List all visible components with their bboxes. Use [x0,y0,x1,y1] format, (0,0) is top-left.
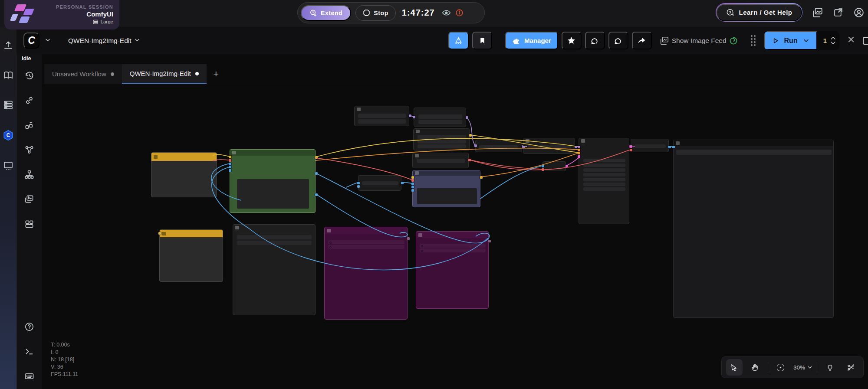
node-slot[interactable] [411,186,414,188]
node-slot[interactable] [542,168,544,171]
images-icon[interactable] [24,194,34,204]
node-top-d[interactable] [412,153,469,168]
node-slot[interactable] [409,114,411,117]
extend-button[interactable]: Extend [301,5,351,21]
node-mini-pink[interactable] [542,161,566,171]
node-menu-icon[interactable] [416,130,420,133]
fit-view-button[interactable] [773,359,789,376]
node-slot[interactable] [630,149,632,151]
node-slot[interactable] [411,176,414,179]
node-menu-icon[interactable] [232,151,236,154]
learn-get-help-button[interactable]: ? Learn / Get Help [716,4,802,21]
link-icon[interactable] [24,95,34,105]
node-slot[interactable] [578,152,580,154]
bulb-tool-button[interactable] [822,359,838,376]
node-slot[interactable] [466,116,468,119]
node-purple-a[interactable] [324,227,408,320]
node-slot[interactable] [578,155,580,158]
history-icon[interactable] [24,71,34,81]
workflow-menu-chevron[interactable] [45,37,51,45]
node-slot[interactable] [469,134,472,137]
select-tool-button[interactable] [726,359,743,376]
node-slot[interactable] [411,179,414,182]
bookmark-button[interactable] [472,32,492,49]
node-chain-b[interactable] [523,138,575,154]
run-options-chevron[interactable] [803,37,809,44]
run-button[interactable]: Run [764,31,817,50]
node-menu-icon[interactable] [235,226,239,229]
terminal-icon[interactable] [24,347,34,356]
node-mini-right[interactable] [631,139,669,152]
user-icon[interactable] [853,7,865,18]
workflow-title-chevron[interactable] [134,37,140,45]
zoom-level-dropdown[interactable]: 30% [793,364,812,371]
node-slot[interactable] [630,145,632,148]
node-slot[interactable] [411,189,414,192]
node-menu-icon[interactable] [418,233,422,237]
node-big-right[interactable] [673,140,834,318]
unload-models-button[interactable] [585,32,605,49]
help-icon[interactable] [24,322,34,332]
show-image-feed-toggle[interactable]: Show Image Feed [660,36,738,46]
node-tall-list[interactable] [579,138,629,224]
node-slot[interactable] [315,156,318,159]
node-slot[interactable] [411,183,414,185]
clear-queue-button[interactable] [847,36,855,46]
pan-tool-button[interactable] [747,359,763,376]
star-button[interactable] [562,32,582,49]
node-slot[interactable] [229,166,231,168]
node-slot[interactable] [407,237,410,240]
node-slot[interactable] [474,144,477,147]
node-menu-icon[interactable] [162,232,166,235]
node-slot[interactable] [542,165,544,167]
node-grid-icon[interactable] [24,120,34,130]
node-slot[interactable] [229,156,231,158]
keyboard-icon[interactable] [24,371,34,381]
node-green-sampler[interactable] [230,149,316,213]
node-menu-icon[interactable] [327,229,331,232]
node-menu-icon[interactable] [526,139,529,143]
info-icon[interactable] [455,9,464,17]
node-slot[interactable] [158,232,161,235]
stop-button[interactable]: Stop [355,5,396,21]
batch-count-stepper[interactable]: 1 [817,31,839,50]
node-graph-icon[interactable] [24,145,34,155]
node-slot[interactable] [668,146,671,148]
free-cache-button[interactable] [608,32,628,49]
comfy-logo-button[interactable]: C [23,33,39,49]
node-slot[interactable] [357,182,360,184]
node-slot[interactable] [229,169,231,172]
upload-icon[interactable] [3,40,13,50]
node-slot[interactable] [468,159,471,161]
node-slot[interactable] [357,185,360,188]
comfy-hex-icon[interactable]: C [3,130,14,141]
node-blue-slate[interactable] [412,170,480,207]
node-gray-large[interactable] [233,224,316,315]
batch-spinner[interactable] [830,36,836,45]
templates-button[interactable] [448,32,469,49]
toolbar-drag-handle[interactable] [751,35,756,46]
book-icon[interactable] [3,70,13,80]
node-top-b[interactable] [414,108,466,127]
tree-icon[interactable] [24,170,34,180]
node-slot[interactable] [413,116,415,118]
clipped-panel-icon[interactable] [863,37,868,45]
server-icon[interactable] [3,100,13,110]
node-menu-icon[interactable] [357,108,361,111]
graph-canvas[interactable]: Unsaved Workflow QWEN-Img2Img-Edit + T: … [42,54,868,389]
node-slot[interactable] [522,146,525,148]
node-mini-blue[interactable] [358,175,401,191]
batch-count-value[interactable]: 1 [823,37,827,44]
gallery-icon[interactable] [812,7,823,18]
link-visibility-button[interactable] [842,359,859,376]
node-menu-icon[interactable] [415,154,419,157]
node-menu-icon[interactable] [154,155,158,159]
node-slot[interactable] [578,146,580,148]
node-menu-icon[interactable] [581,139,585,143]
node-top-c[interactable] [413,128,470,150]
manager-button[interactable]: Manager [505,32,558,49]
monitor-icon[interactable] [3,160,13,171]
node-purple-b[interactable] [416,231,489,309]
share-button[interactable] [632,32,652,49]
node-slot[interactable] [566,165,568,167]
